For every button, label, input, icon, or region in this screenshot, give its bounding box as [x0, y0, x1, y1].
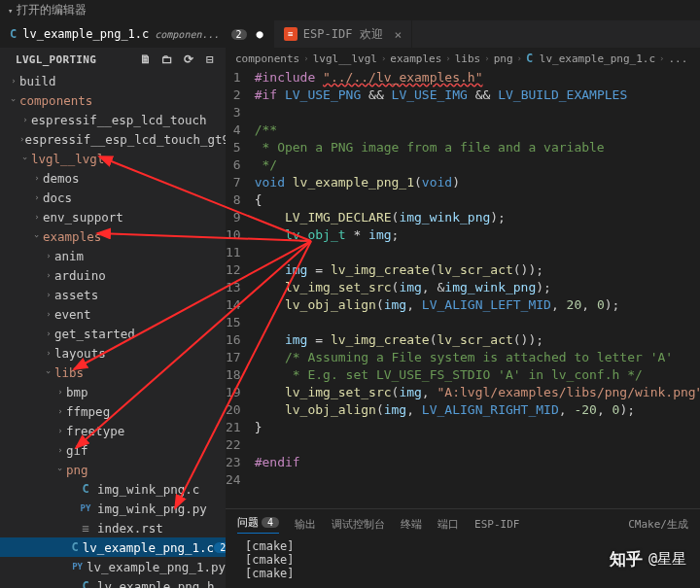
folder-png[interactable]: ›png	[0, 460, 226, 479]
file-lv-example-png-1-py[interactable]: ›PYlv_example_png_1.py	[0, 557, 226, 576]
file-img-wink-png-py[interactable]: ›PYimg_wink_png.py	[0, 499, 226, 518]
panel-tabs: 问题4输出调试控制台终端端口ESP-IDFCMake/生成	[226, 509, 700, 539]
folder-arduino[interactable]: ›arduino	[0, 265, 226, 285]
folder-freetype[interactable]: ›freetype	[0, 421, 226, 440]
panel-tab-调试控制台[interactable]: 调试控制台	[332, 517, 385, 532]
folder-build[interactable]: ›build	[0, 71, 226, 90]
tab-rss[interactable]: ≡ESP-IDF 欢迎×	[274, 20, 413, 48]
folder-espressif-esp-lcd-touch-gt911[interactable]: ›espressif__esp_lcd_touch_gt911	[0, 129, 226, 149]
open-editors-title: 打开的编辑器	[17, 2, 87, 18]
editor-pane: components›lvgl__lvgl›examples›libs›png›…	[226, 48, 700, 588]
editor-tabs: Clv_example_png_1.c componen...2●≡ESP-ID…	[0, 20, 700, 48]
file-lv-example-png-1-c[interactable]: ›Clv_example_png_1.c2	[0, 537, 226, 557]
refresh-icon[interactable]: ⟳	[181, 52, 196, 67]
new-file-icon[interactable]: 🗎	[138, 52, 154, 67]
explorer-sidebar: LVGL_PORTING 🗎 🗀 ⟳ ⊟ ›build›components›e…	[0, 48, 226, 588]
panel-tab-终端[interactable]: 终端	[401, 517, 422, 532]
zhihu-logo: 知乎	[610, 548, 643, 571]
project-title: LVGL_PORTING	[16, 53, 96, 66]
folder-event[interactable]: ›event	[0, 304, 226, 324]
zhihu-watermark: 知乎 @星星	[610, 548, 686, 571]
tab-C[interactable]: Clv_example_png_1.c componen...2●	[0, 20, 274, 48]
folder-assets[interactable]: ›assets	[0, 285, 226, 304]
folder-lvgl-lvgl[interactable]: ›lvgl__lvgl	[0, 149, 226, 168]
breadcrumb[interactable]: components›lvgl__lvgl›examples›libs›png›…	[226, 48, 700, 69]
panel-tab-输出[interactable]: 输出	[295, 517, 316, 532]
file-index-rst[interactable]: ›≡index.rst	[0, 518, 226, 537]
folder-get-started[interactable]: ›get_started	[0, 324, 226, 343]
folder-anim[interactable]: ›anim	[0, 246, 226, 265]
code-area[interactable]: 123456789101112131415161718192021222324 …	[226, 69, 700, 489]
folder-ffmpeg[interactable]: ›ffmpeg	[0, 401, 226, 421]
folder-layouts[interactable]: ›layouts	[0, 343, 226, 363]
folder-env-support[interactable]: ›env_support	[0, 207, 226, 226]
folder-libs[interactable]: ›libs	[0, 363, 226, 382]
folder-components[interactable]: ›components	[0, 90, 226, 110]
folder-demos[interactable]: ›demos	[0, 168, 226, 188]
folder-docs[interactable]: ›docs	[0, 188, 226, 207]
open-editors-header[interactable]: ▾ 打开的编辑器	[0, 0, 700, 20]
chevron-down-icon: ▾	[8, 6, 13, 16]
panel-tab-问题[interactable]: 问题4	[237, 515, 279, 534]
project-header[interactable]: LVGL_PORTING 🗎 🗀 ⟳ ⊟	[0, 48, 226, 71]
author-name: @星星	[648, 550, 686, 569]
folder-gif[interactable]: ›gif	[0, 440, 226, 460]
folder-examples[interactable]: ›examples	[0, 226, 226, 246]
file-img-wink-png-c[interactable]: ›Cimg_wink_png.c	[0, 479, 226, 499]
new-folder-icon[interactable]: 🗀	[159, 52, 175, 67]
file-lv-example-png-h[interactable]: ›Clv_example_png.h	[0, 576, 226, 588]
folder-bmp[interactable]: ›bmp	[0, 382, 226, 401]
panel-tab-端口[interactable]: 端口	[438, 517, 459, 532]
collapse-icon[interactable]: ⊟	[202, 52, 218, 67]
panel-task[interactable]: CMake/生成	[628, 517, 688, 532]
folder-espressif-esp-lcd-touch[interactable]: ›espressif__esp_lcd_touch	[0, 110, 226, 129]
panel-tab-ESP-IDF[interactable]: ESP-IDF	[474, 518, 519, 531]
file-tree: ›build›components›espressif__esp_lcd_tou…	[0, 71, 226, 588]
